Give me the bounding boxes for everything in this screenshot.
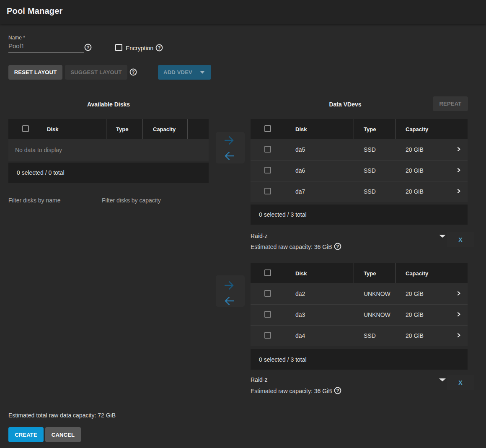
svg-text:?: ? [158, 45, 160, 50]
svg-text:?: ? [336, 388, 339, 393]
svg-text:?: ? [86, 45, 89, 50]
svg-text:?: ? [132, 70, 134, 75]
svg-text:?: ? [336, 244, 339, 249]
